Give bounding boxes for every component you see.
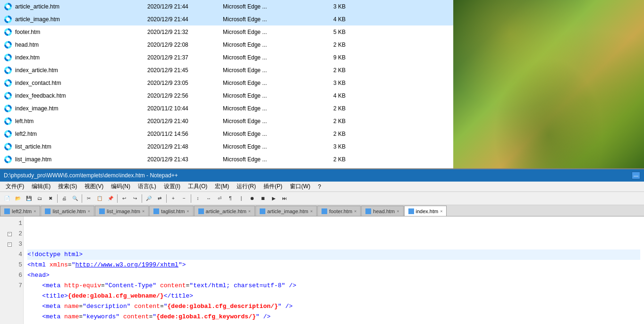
undo-button[interactable]: ↩: [119, 193, 129, 204]
edge-file-icon: [4, 104, 12, 113]
title-bar-text: D:\phpstudy_pro\WWW\6.com\templets\demo\…: [4, 172, 178, 179]
file-row[interactable]: index_article.htm 2020/12/9 21:45 Micros…: [0, 64, 453, 76]
line-number-entry: 1: [8, 218, 22, 229]
file-size: 5 KB: [308, 29, 346, 35]
record-macro-button[interactable]: ⏺: [247, 193, 257, 204]
save-button[interactable]: 💾: [24, 193, 34, 204]
tab-headhtm[interactable]: head.htm ×: [361, 206, 403, 216]
title-bar: D:\phpstudy_pro\WWW\6.com\templets\demo\…: [0, 169, 644, 182]
tab-close-button[interactable]: ×: [354, 209, 356, 214]
print-button[interactable]: 🖨: [59, 193, 69, 204]
new-button[interactable]: 📄: [2, 193, 12, 204]
menu-item-p[interactable]: 插件(P): [260, 182, 286, 191]
file-explorer: article_article.htm 2020/12/9 21:44 Micr…: [0, 0, 644, 168]
all-chars-button[interactable]: ¶: [225, 193, 236, 204]
file-date: 2020/12/9 21:44: [147, 3, 223, 10]
zoom-in-button[interactable]: +: [168, 193, 178, 204]
tab-close-button[interactable]: ×: [440, 209, 442, 214]
sync-scroll-h-button[interactable]: ↔: [203, 193, 214, 204]
file-row[interactable]: left2.htm 2020/11/2 14:56 Microsoft Edge…: [0, 127, 453, 140]
tab-left2htm[interactable]: left2.htm ×: [0, 206, 40, 216]
paste-button[interactable]: 📌: [105, 193, 116, 204]
copy-button[interactable]: 📋: [94, 193, 105, 204]
tab-close-button[interactable]: ×: [34, 209, 36, 214]
file-name: head.htm: [15, 42, 147, 48]
open-button[interactable]: 📂: [13, 193, 23, 204]
menu-item-m[interactable]: 宏(M): [211, 182, 233, 191]
save-all-button[interactable]: 🗂: [34, 193, 45, 204]
tab-close-button[interactable]: ×: [248, 209, 251, 214]
line-numbers: 1−2−34567: [0, 216, 24, 324]
edge-file-icon: [4, 66, 12, 75]
code-line: <meta http-equiv="Content-Type" content=…: [27, 281, 640, 291]
find-button[interactable]: 🔎: [144, 193, 154, 204]
tab-close-button[interactable]: ×: [397, 209, 399, 214]
menu-item-f[interactable]: 文件(F): [2, 182, 28, 191]
file-row[interactable]: left.htm 2020/12/9 21:40 Microsoft Edge …: [0, 115, 453, 127]
replace-button[interactable]: ⇄: [154, 193, 165, 204]
word-wrap-button[interactable]: ⏎: [214, 193, 225, 204]
file-date: 2020/12/9 22:08: [147, 42, 223, 48]
indent-guide-button[interactable]: |: [236, 193, 246, 204]
tab-close-button[interactable]: ×: [186, 209, 189, 214]
tab-close-button[interactable]: ×: [310, 209, 313, 214]
print-preview-button[interactable]: 🔍: [70, 193, 80, 204]
menu-item-w[interactable]: 窗口(W): [286, 182, 314, 191]
file-type: Microsoft Edge ...: [223, 92, 308, 99]
line-num: 2: [13, 229, 22, 239]
run-macro-button[interactable]: ⏭: [280, 193, 290, 204]
file-row[interactable]: index_contact.htm 2020/12/9 23:05 Micros…: [0, 76, 453, 89]
file-list[interactable]: article_article.htm 2020/12/9 21:44 Micr…: [0, 0, 453, 168]
menu-item-l[interactable]: 语言(L): [134, 182, 160, 191]
tab-indexhtm[interactable]: index.htm ×: [404, 206, 447, 216]
file-row[interactable]: list_article.htm 2020/12/9 21:48 Microso…: [0, 140, 453, 153]
fold-indicator[interactable]: −: [8, 242, 12, 247]
redo-button[interactable]: ↪: [130, 193, 140, 204]
file-type: Microsoft Edge ...: [223, 156, 308, 163]
tab-file-icon: [99, 208, 105, 214]
tab-article_articlehtm[interactable]: article_article.htm ×: [194, 206, 255, 216]
code-line: <!doctype html>: [27, 249, 640, 260]
file-row[interactable]: article_image.htm 2020/12/9 21:44 Micros…: [0, 13, 453, 25]
sync-scroll-v-button[interactable]: ↕: [193, 193, 203, 204]
menu-item-v[interactable]: 视图(V): [81, 182, 107, 191]
menu-item-e[interactable]: 编辑(E): [28, 182, 54, 191]
file-row[interactable]: index.htm 2020/12/9 21:37 Microsoft Edge…: [0, 51, 453, 64]
file-name: left.htm: [15, 118, 147, 125]
stop-macro-button[interactable]: ⏹: [258, 193, 268, 204]
tab-list_articlehtm[interactable]: list_article.htm ×: [41, 206, 94, 216]
close-button[interactable]: ✖: [45, 193, 56, 204]
file-row[interactable]: list_image.htm 2020/12/9 21:43 Microsoft…: [0, 153, 453, 166]
file-row[interactable]: footer.htm 2020/12/9 21:32 Microsoft Edg…: [0, 25, 453, 38]
file-row[interactable]: index_feedback.htm 2020/12/9 22:56 Micro…: [0, 89, 453, 102]
tab-list_imagehtm[interactable]: list_image.htm ×: [95, 206, 149, 216]
menu-item-s[interactable]: 搜索(S): [54, 182, 81, 191]
code-content[interactable]: <!doctype html><html xmlns="http://www.w…: [24, 216, 644, 324]
file-size: 9 KB: [308, 54, 346, 61]
tab-label: article_article.htm: [206, 208, 246, 214]
tab-taglisthtm[interactable]: taglist.htm ×: [149, 206, 193, 216]
menu-item-o[interactable]: 工具(O): [184, 182, 211, 191]
fold-indicator[interactable]: −: [8, 232, 12, 236]
cut-button[interactable]: ✂: [84, 193, 94, 204]
tab-label: footer.htm: [329, 208, 352, 214]
file-row[interactable]: index_image.htm 2020/11/2 10:44 Microsof…: [0, 102, 453, 115]
tab-file-icon: [45, 208, 51, 214]
menu-item-[interactable]: ?: [314, 183, 325, 191]
tab-close-button[interactable]: ×: [142, 209, 144, 214]
tab-label: taglist.htm: [161, 208, 185, 214]
file-row[interactable]: head.htm 2020/12/9 22:08 Microsoft Edge …: [0, 38, 453, 51]
file-size: 3 KB: [308, 3, 346, 10]
play-macro-button[interactable]: ▶: [269, 193, 279, 204]
tab-close-button[interactable]: ×: [88, 209, 90, 214]
menu-item-i[interactable]: 设置(I): [160, 182, 184, 191]
menu-item-n[interactable]: 编码(N): [107, 182, 134, 191]
zoom-out-button[interactable]: −: [179, 193, 189, 204]
file-type: Microsoft Edge ...: [223, 80, 308, 86]
tab-footerhtm[interactable]: footer.htm ×: [317, 206, 361, 216]
file-row[interactable]: article_article.htm 2020/12/9 21:44 Micr…: [0, 0, 453, 13]
minimize-button[interactable]: —: [632, 172, 640, 179]
menu-item-r[interactable]: 运行(R): [233, 182, 260, 191]
tab-article_imagehtm[interactable]: article_image.htm ×: [255, 206, 317, 216]
file-size: 3 KB: [308, 80, 346, 86]
